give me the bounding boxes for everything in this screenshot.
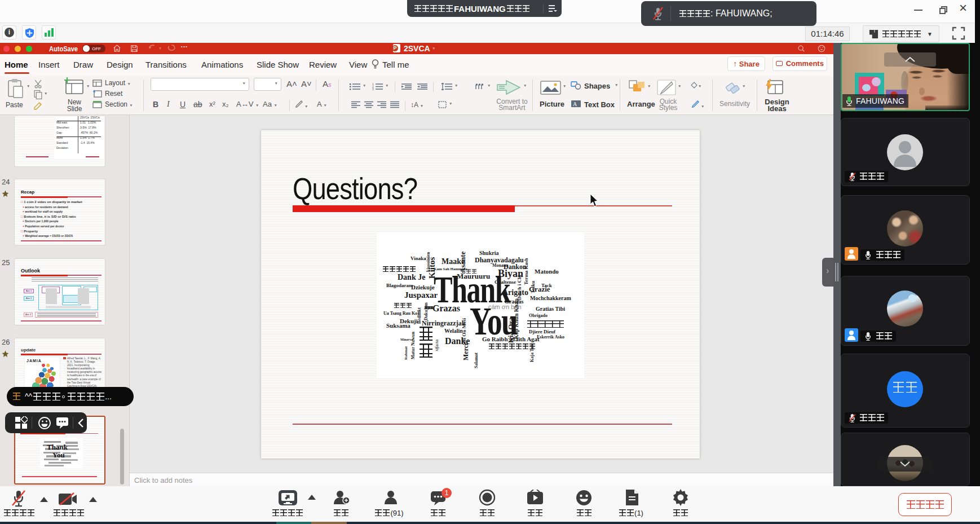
svg-text:A: A <box>573 101 577 107</box>
svg-text:3: 3 <box>372 87 374 90</box>
